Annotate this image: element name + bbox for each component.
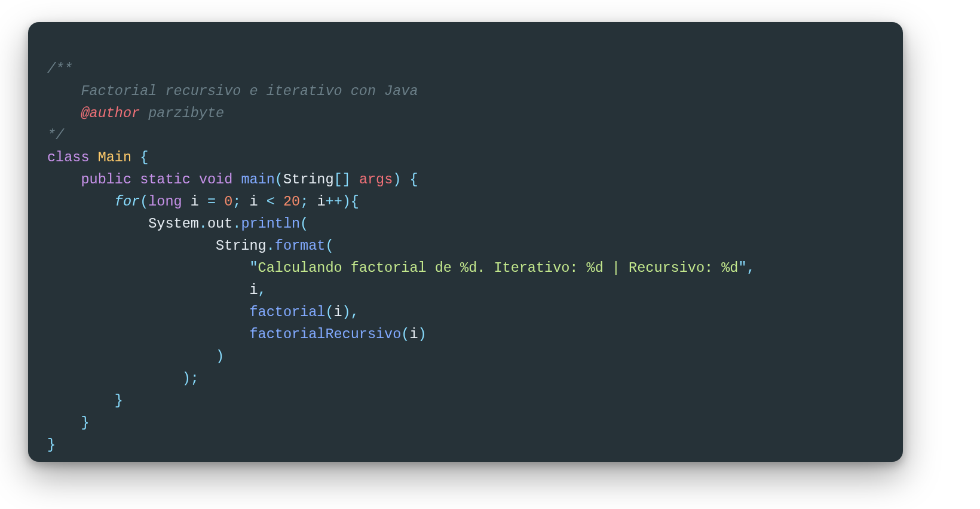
lit-zero: 0 bbox=[224, 194, 232, 210]
kw-long: long bbox=[148, 194, 182, 210]
comment-close: */ bbox=[47, 127, 64, 143]
brace-close: } bbox=[47, 437, 56, 453]
kw-void: void bbox=[199, 171, 232, 188]
call-factorial: factorial bbox=[249, 304, 325, 320]
lit-twenty: 20 bbox=[283, 194, 300, 210]
code-block: /** Factorial recursivo e iterativo con … bbox=[47, 58, 891, 456]
param-args: args bbox=[359, 171, 393, 188]
fn-println: println bbox=[241, 216, 300, 232]
kw-for: for bbox=[115, 194, 140, 210]
kw-public: public bbox=[81, 171, 131, 188]
kw-static: static bbox=[140, 171, 191, 188]
id-out: out bbox=[207, 216, 232, 232]
javadoc-author-tag: @author bbox=[81, 105, 140, 121]
code-snippet-card: /** Factorial recursivo e iterativo con … bbox=[28, 22, 903, 462]
call-factorial-recursivo: factorialRecursivo bbox=[249, 326, 401, 342]
class-name: Main bbox=[98, 149, 131, 165]
string-literal: "Calculando factorial de %d. Iterativo: … bbox=[249, 260, 746, 276]
id-string: String bbox=[216, 238, 267, 254]
comment-author-line: @author parzibyte bbox=[47, 105, 224, 121]
comment-desc: Factorial recursivo e iterativo con Java bbox=[47, 83, 418, 99]
id-system: System bbox=[148, 216, 199, 232]
fn-main: main bbox=[241, 171, 274, 188]
kw-class: class bbox=[47, 149, 90, 165]
brace-open: { bbox=[140, 149, 148, 165]
brace-close: } bbox=[81, 415, 89, 431]
fn-format: format bbox=[275, 238, 326, 254]
brace-close: } bbox=[115, 393, 123, 409]
comment-open: /** bbox=[47, 61, 72, 77]
type-string: String bbox=[283, 171, 334, 188]
